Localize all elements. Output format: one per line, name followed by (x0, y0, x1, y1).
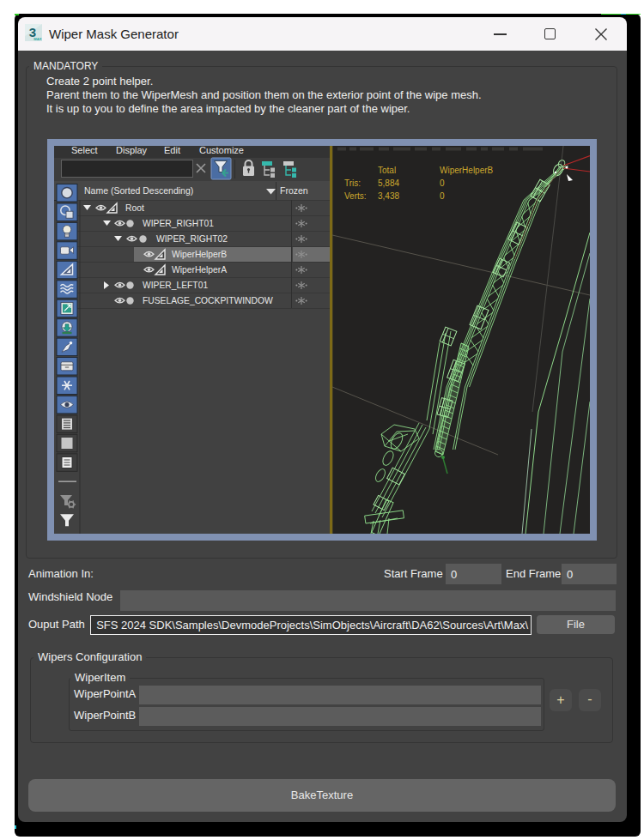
svg-text:Select: Select (71, 146, 98, 155)
svg-text:WiperHelperA: WiperHelperA (172, 265, 227, 275)
svg-text:Verts:: Verts: (344, 191, 367, 201)
svg-text:WIPER_RIGHT01: WIPER_RIGHT01 (143, 219, 214, 228)
svg-text:WiperHelperB: WiperHelperB (440, 166, 494, 175)
svg-text:MAX: MAX (33, 37, 42, 41)
svg-text:0: 0 (440, 178, 445, 188)
svg-text:Total: Total (378, 166, 396, 175)
svg-text:WIPER_RIGHT02: WIPER_RIGHT02 (156, 234, 228, 244)
svg-text:Edit: Edit (164, 146, 180, 155)
svg-text:Root: Root (125, 203, 144, 213)
svg-text:FUSELAGE_COCKPITWINDOW: FUSELAGE_COCKPITWINDOW (143, 296, 273, 305)
svg-text:WIPER_LEFT01: WIPER_LEFT01 (143, 281, 208, 290)
svg-text:Name (Sorted Descending): Name (Sorted Descending) (84, 185, 193, 196)
svg-text:3,438: 3,438 (378, 191, 399, 201)
svg-text:5,884: 5,884 (378, 178, 399, 188)
svg-text:0: 0 (440, 191, 445, 201)
svg-text:Frozen: Frozen (280, 185, 308, 196)
svg-text:Customize: Customize (199, 146, 244, 155)
svg-text:Display: Display (116, 146, 148, 155)
svg-text:WiperHelperB: WiperHelperB (172, 250, 227, 259)
svg-text:Tris:: Tris: (344, 178, 361, 188)
